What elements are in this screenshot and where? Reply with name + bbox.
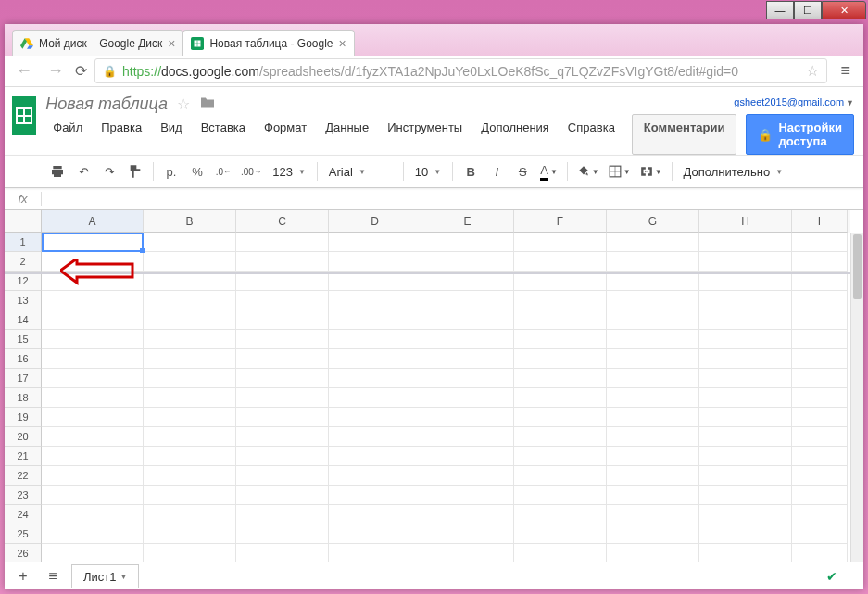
cell[interactable] bbox=[329, 349, 421, 369]
bold-button[interactable]: B bbox=[459, 159, 483, 183]
cell[interactable] bbox=[329, 466, 421, 486]
cell[interactable] bbox=[236, 252, 329, 272]
cell[interactable] bbox=[699, 369, 792, 388]
row-header[interactable]: 20 bbox=[5, 427, 42, 447]
cell[interactable] bbox=[329, 427, 421, 447]
star-document-icon[interactable]: ☆ bbox=[177, 95, 190, 113]
cell[interactable] bbox=[514, 388, 607, 408]
cell[interactable] bbox=[144, 233, 236, 252]
cell[interactable] bbox=[421, 544, 514, 562]
row-header[interactable]: 15 bbox=[5, 330, 42, 349]
bookmark-star-icon[interactable]: ☆ bbox=[806, 62, 819, 80]
cell[interactable] bbox=[514, 544, 607, 562]
cell[interactable] bbox=[607, 486, 699, 505]
forward-button[interactable]: → bbox=[44, 61, 68, 81]
cell[interactable] bbox=[699, 330, 792, 349]
increase-decimal-button[interactable]: .00→ bbox=[237, 159, 265, 183]
row-header[interactable]: 26 bbox=[5, 544, 42, 562]
tab-close-icon[interactable]: × bbox=[168, 36, 175, 51]
cell[interactable] bbox=[236, 310, 329, 330]
column-header[interactable]: H bbox=[699, 210, 792, 233]
reload-button[interactable]: ⟳ bbox=[75, 62, 87, 80]
cell[interactable] bbox=[42, 466, 144, 486]
back-button[interactable]: ← bbox=[12, 61, 36, 81]
cell[interactable] bbox=[514, 252, 607, 272]
text-color-button[interactable]: A▼ bbox=[536, 159, 561, 183]
row-header[interactable]: 24 bbox=[5, 505, 42, 524]
cell[interactable] bbox=[699, 233, 792, 252]
cell[interactable] bbox=[699, 310, 792, 330]
column-header[interactable]: C bbox=[236, 210, 329, 233]
cell[interactable] bbox=[42, 408, 144, 427]
cell[interactable] bbox=[42, 427, 144, 447]
cell[interactable] bbox=[514, 310, 607, 330]
menu-insert[interactable]: Вставка bbox=[194, 118, 253, 137]
tab-close-icon[interactable]: × bbox=[339, 36, 346, 51]
move-folder-icon[interactable] bbox=[199, 96, 216, 113]
cell[interactable] bbox=[421, 291, 514, 310]
scrollbar-thumb[interactable] bbox=[853, 234, 862, 299]
add-sheet-button[interactable]: + bbox=[12, 565, 34, 588]
cell[interactable] bbox=[144, 524, 236, 544]
cell[interactable] bbox=[607, 349, 699, 369]
document-title[interactable]: Новая таблица bbox=[45, 95, 168, 114]
window-minimize-button[interactable]: — bbox=[766, 1, 794, 19]
frozen-row-divider[interactable] bbox=[5, 272, 850, 274]
cell[interactable] bbox=[236, 466, 329, 486]
select-all-corner[interactable] bbox=[5, 210, 42, 233]
cell[interactable] bbox=[42, 388, 144, 408]
cell[interactable] bbox=[607, 408, 699, 427]
cell[interactable] bbox=[607, 233, 699, 252]
cell[interactable] bbox=[514, 233, 607, 252]
cell[interactable] bbox=[42, 524, 144, 544]
cell[interactable] bbox=[236, 505, 329, 524]
cell[interactable] bbox=[607, 369, 699, 388]
row-header[interactable]: 1 bbox=[5, 233, 42, 252]
cell[interactable] bbox=[329, 544, 421, 562]
window-maximize-button[interactable]: ☐ bbox=[794, 1, 822, 19]
column-header[interactable]: A bbox=[42, 210, 144, 233]
row-header[interactable]: 21 bbox=[5, 447, 42, 466]
cell[interactable] bbox=[792, 408, 848, 427]
cell[interactable] bbox=[514, 486, 607, 505]
cell[interactable] bbox=[236, 330, 329, 349]
cell[interactable] bbox=[144, 544, 236, 562]
cell[interactable] bbox=[144, 330, 236, 349]
cell[interactable] bbox=[42, 291, 144, 310]
cell[interactable] bbox=[144, 447, 236, 466]
font-family-select[interactable]: Arial▼ bbox=[323, 165, 397, 179]
cell[interactable] bbox=[329, 388, 421, 408]
menu-help[interactable]: Справка bbox=[560, 118, 623, 137]
redo-icon[interactable]: ↷ bbox=[97, 159, 121, 183]
cell[interactable] bbox=[792, 233, 848, 252]
cell[interactable] bbox=[42, 233, 144, 252]
cell[interactable] bbox=[514, 330, 607, 349]
cell[interactable] bbox=[792, 252, 848, 272]
cell[interactable] bbox=[699, 272, 792, 291]
cell[interactable] bbox=[699, 252, 792, 272]
cell[interactable] bbox=[421, 447, 514, 466]
cell[interactable] bbox=[144, 291, 236, 310]
cell[interactable] bbox=[236, 369, 329, 388]
cell[interactable] bbox=[607, 272, 699, 291]
cell[interactable] bbox=[792, 524, 848, 544]
cell[interactable] bbox=[421, 233, 514, 252]
cell[interactable] bbox=[329, 408, 421, 427]
merge-cells-button[interactable]: ▼ bbox=[636, 159, 666, 183]
cell[interactable] bbox=[421, 388, 514, 408]
cell[interactable] bbox=[607, 388, 699, 408]
cell[interactable] bbox=[699, 544, 792, 562]
cell[interactable] bbox=[514, 369, 607, 388]
row-header[interactable]: 22 bbox=[5, 466, 42, 486]
cell[interactable] bbox=[607, 427, 699, 447]
cell[interactable] bbox=[144, 388, 236, 408]
cell[interactable] bbox=[421, 524, 514, 544]
cell[interactable] bbox=[792, 447, 848, 466]
undo-icon[interactable]: ↶ bbox=[71, 159, 95, 183]
cell[interactable] bbox=[514, 466, 607, 486]
cell[interactable] bbox=[42, 447, 144, 466]
cells-area[interactable] bbox=[42, 233, 850, 562]
cell[interactable] bbox=[421, 486, 514, 505]
cell[interactable] bbox=[42, 544, 144, 562]
cell[interactable] bbox=[792, 486, 848, 505]
